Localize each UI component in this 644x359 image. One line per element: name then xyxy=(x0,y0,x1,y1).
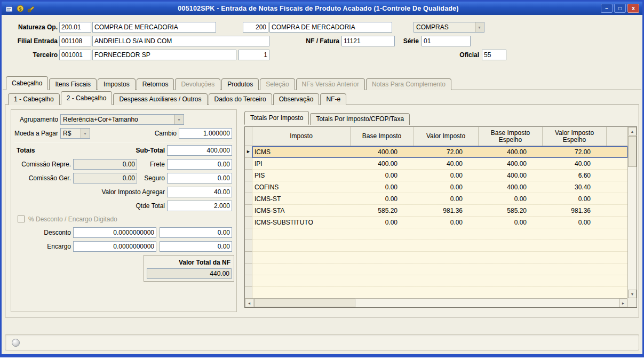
scroll-down-icon[interactable] xyxy=(628,290,637,298)
vertical-scrollbar[interactable] xyxy=(627,127,637,298)
table-row-pis[interactable]: PIS0.000.00400.006.60 xyxy=(245,170,627,181)
horizontal-scrollbar[interactable] xyxy=(245,298,627,307)
serie-field[interactable] xyxy=(422,36,471,46)
sub-tabstrip: 1 - Cabeçalho2 - CabeçalhoDespesas Auxil… xyxy=(5,90,639,105)
qtde-total-field[interactable] xyxy=(167,201,232,211)
cell-valor-imposto-espelho: 30.40 xyxy=(543,181,607,193)
vertical-scroll-thumb[interactable] xyxy=(628,136,637,167)
tab-nfs-versao-anterior: NFs Versão Anterior xyxy=(296,78,365,90)
horizontal-scroll-thumb[interactable] xyxy=(254,299,355,307)
scroll-right-icon[interactable] xyxy=(619,299,627,307)
table-row-cofins[interactable]: COFINS0.000.00400.0030.40 xyxy=(245,181,627,193)
comissao-repre-field[interactable] xyxy=(73,159,137,170)
cell-valor-imposto: 0.00 xyxy=(414,181,479,193)
filial-code-field[interactable] xyxy=(59,36,91,46)
cell-base-imposto-espelho: 400.00 xyxy=(479,146,543,158)
valor-total-field[interactable] xyxy=(147,268,232,279)
scroll-up-icon[interactable] xyxy=(628,127,637,135)
oficial-field[interactable] xyxy=(482,50,506,60)
terceiro-desc-field[interactable] xyxy=(92,50,236,60)
frete-field[interactable] xyxy=(167,159,232,170)
subtab-observacao[interactable]: Observação xyxy=(273,93,320,105)
chevron-down-icon[interactable] xyxy=(81,129,90,138)
row-marker xyxy=(245,217,252,228)
minimize-button[interactable]: – xyxy=(601,4,613,13)
row-marker xyxy=(245,170,252,181)
row-marker xyxy=(245,181,252,193)
subtotal-field[interactable] xyxy=(167,145,232,156)
wrench-icon[interactable] xyxy=(27,4,36,13)
grid-tab-totais-por-imposto[interactable]: Totais Por Imposto xyxy=(244,111,309,125)
encargo-label: Encargo xyxy=(22,241,71,252)
subtab-1-cabecalho[interactable]: 1 - Cabeçalho xyxy=(8,93,60,105)
column-header-valor-imposto-espelho[interactable]: Valor Imposto Espelho xyxy=(543,127,607,146)
desconto-value-field[interactable] xyxy=(160,227,232,238)
subtab-2-cabecalho[interactable]: 2 - Cabeçalho xyxy=(61,91,113,105)
form-icon[interactable] xyxy=(5,4,13,13)
cell-imposto: ICMS-SUBSTITUTO xyxy=(252,217,351,228)
encargo-pct-field[interactable] xyxy=(73,241,156,252)
cell-valor-imposto-espelho: 40.00 xyxy=(543,158,607,170)
terceiro-code-field[interactable] xyxy=(59,50,91,60)
maximize-button[interactable]: □ xyxy=(614,4,626,13)
moeda-combo[interactable]: R$ xyxy=(60,128,90,139)
column-header-base-imposto[interactable]: Base Imposto xyxy=(351,127,414,146)
cambio-label: Cambio xyxy=(134,128,177,139)
cell-filler xyxy=(607,158,627,170)
nf-fatura-label: NF / Fatura xyxy=(298,36,339,46)
natureza-code-field[interactable] xyxy=(59,22,91,33)
subtab-nf-e[interactable]: NF-e xyxy=(320,93,346,105)
natureza-desc2-field[interactable] xyxy=(269,22,392,33)
tab-produtos[interactable]: Produtos xyxy=(221,78,259,90)
table-row-icms-sta[interactable]: ICMS-STA585.20981.36585.20981.36 xyxy=(245,205,627,217)
encargo-value-field[interactable] xyxy=(160,241,232,252)
row-marker-header xyxy=(245,127,252,146)
title-bar: $ 005102SPK - Entrada de Notas Fiscais d… xyxy=(2,2,642,15)
chevron-down-icon[interactable] xyxy=(475,22,484,32)
cell-valor-imposto: 0.00 xyxy=(414,217,479,228)
cambio-field[interactable] xyxy=(179,128,232,139)
seguro-field[interactable] xyxy=(167,173,232,184)
grid-tab-totais-por-imposto-cfop-taxa[interactable]: Totais Por Imposto/CFOP/Taxa xyxy=(310,113,410,125)
tipo-operacao-combo[interactable]: COMPRAS xyxy=(414,22,484,33)
natureza-code2-field[interactable] xyxy=(243,22,268,33)
filial-desc-field[interactable] xyxy=(92,36,269,46)
table-row-ipi[interactable]: IPI400.0040.00400.0040.00 xyxy=(245,158,627,170)
valor-total-box: Valor Total da NF xyxy=(144,255,234,282)
chevron-down-icon[interactable] xyxy=(174,115,184,124)
comissao-ger-field[interactable] xyxy=(73,173,137,184)
desconto-pct-field[interactable] xyxy=(73,227,156,238)
imposto-agregar-label: Valor Imposto Agregar xyxy=(65,187,165,197)
subtab-despesas-auxiliares-outros[interactable]: Despesas Auxiliares / Outros xyxy=(113,93,207,105)
tab-itens-fiscais[interactable]: Itens Fiscais xyxy=(49,78,97,90)
cell-base-imposto: 0.00 xyxy=(351,170,414,181)
column-header-base-imposto-espelho[interactable]: Base Imposto Espelho xyxy=(479,127,543,146)
app-window: $ 005102SPK - Entrada de Notas Fiscais d… xyxy=(0,0,644,357)
tab-cabecalho[interactable]: Cabeçalho xyxy=(6,76,48,90)
column-header-imposto[interactable]: Imposto xyxy=(252,127,351,146)
tab-impostos[interactable]: Impostos xyxy=(98,78,136,90)
cell-filler xyxy=(607,217,627,228)
status-bar xyxy=(5,334,639,350)
close-button[interactable]: x xyxy=(627,4,639,13)
cell-valor-imposto: 0.00 xyxy=(414,193,479,205)
nf-fatura-field[interactable] xyxy=(341,36,395,46)
agrupamento-combo[interactable]: Referência+Cor+Tamanho xyxy=(60,114,184,125)
tab-retornos[interactable]: Retornos xyxy=(137,78,174,90)
cell-base-imposto-espelho: 0.00 xyxy=(479,217,543,228)
cell-valor-imposto: 72.00 xyxy=(414,146,479,158)
grid-tabstrip: Totais Por ImpostoTotais Por Imposto/CFO… xyxy=(244,110,639,124)
column-header-valor-imposto[interactable]: Valor Imposto xyxy=(414,127,479,146)
terceiro-seq-field[interactable] xyxy=(238,50,269,60)
filial-entrada-label: Filial Entrada xyxy=(6,36,58,46)
totals-group: Agrupamento Referência+Cor+Tamanho Moeda… xyxy=(11,109,237,312)
scroll-left-icon[interactable] xyxy=(245,299,253,307)
imposto-agregar-field[interactable] xyxy=(167,187,232,197)
money-icon[interactable]: $ xyxy=(16,4,25,13)
subtab-dados-do-terceiro[interactable]: Dados do Terceiro xyxy=(209,93,272,105)
table-row-icms[interactable]: ICMS400.0072.00400.0072.00 xyxy=(245,146,627,158)
desconto-encargo-checkbox[interactable] xyxy=(18,216,25,222)
table-row-icms-substituto[interactable]: ICMS-SUBSTITUTO0.000.000.000.00 xyxy=(245,217,627,228)
natureza-desc-field[interactable] xyxy=(92,22,216,33)
table-row-icms-st[interactable]: ICMS-ST0.000.000.000.00 xyxy=(245,193,627,205)
